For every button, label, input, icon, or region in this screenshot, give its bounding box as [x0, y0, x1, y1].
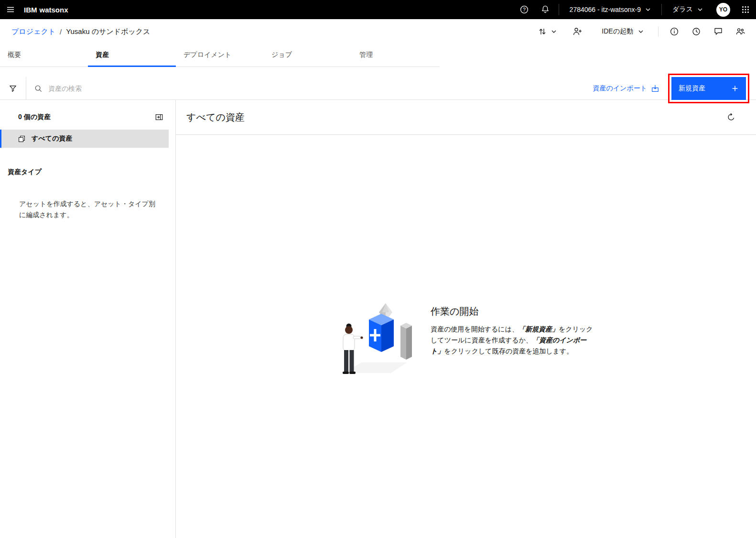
region-label: ダラス [672, 5, 693, 14]
recent-history-icon [691, 27, 701, 36]
breadcrumb-separator: / [60, 28, 62, 36]
filter-button[interactable] [0, 77, 26, 100]
add-collaborator-button[interactable] [566, 21, 588, 43]
empty-state-title: 作業の開始 [431, 305, 595, 318]
comments-button[interactable] [707, 21, 729, 43]
notification-bell-icon [540, 5, 550, 14]
assets-panel-header: すべての資産 [176, 100, 756, 135]
svg-text:?: ? [523, 7, 526, 12]
add-user-icon [572, 27, 582, 36]
tab-manage-label: 管理 [359, 51, 373, 59]
sort-swap-button[interactable] [532, 21, 562, 43]
chevron-down-icon [645, 7, 651, 12]
asset-count: 0 個の資産 [18, 113, 51, 121]
chevron-down-icon [551, 29, 557, 34]
sort-swap-icon [538, 27, 547, 36]
hamburger-menu-button[interactable] [0, 0, 21, 19]
watsonx-app: IBM watsonx ? 2784066 - itz-watsonx-9 [0, 0, 756, 538]
asset-sidebar: 0 個の資産 すべての資産 資産タイプ アセットを作成すると、アセット・タイプ別 [0, 100, 176, 538]
search-icon [34, 84, 43, 93]
new-asset-button[interactable]: 新規資産 [671, 77, 746, 100]
empty-state: 作業の開始 資産の使用を開始するには、「新規資産」をクリックしてツールに資産を作… [176, 300, 756, 379]
import-assets-link[interactable]: 資産のインポート [593, 84, 659, 93]
all-assets-label: すべての資産 [32, 134, 72, 143]
tab-overview-label: 概要 [8, 51, 21, 59]
all-assets-icon [18, 135, 26, 143]
app-switcher-icon [741, 5, 750, 14]
collaborators-icon [735, 27, 745, 36]
chat-icon [713, 27, 723, 36]
brand-prefix: IBM [24, 6, 37, 14]
asset-search [26, 77, 593, 100]
sidebar-header: 0 個の資産 [0, 111, 175, 123]
chevron-down-icon [697, 7, 703, 12]
tab-deployments-label: デプロイメント [184, 51, 231, 59]
help-button[interactable]: ? [514, 0, 535, 19]
account-label: 2784066 - itz-watsonx-9 [570, 6, 641, 13]
region-switcher[interactable]: ダラス [665, 0, 711, 19]
empty-state-body: 資産の使用を開始するには、「新規資産」をクリックしてツールに資産を作成するか、「… [431, 324, 595, 357]
asset-type-heading: 資産タイプ [8, 168, 175, 176]
tab-manage[interactable]: 管理 [352, 44, 440, 67]
avatar-initials: YO [719, 6, 727, 13]
info-icon [670, 27, 679, 36]
account-switcher[interactable]: 2784066 - itz-watsonx-9 [562, 0, 659, 19]
brand-logo[interactable]: IBM watsonx [24, 6, 68, 14]
asset-search-input[interactable] [48, 77, 593, 100]
help-icon: ? [519, 5, 529, 14]
avatar[interactable]: YO [716, 3, 730, 17]
chevron-down-icon [638, 29, 644, 34]
breadcrumb-bar: プロジェクト / Yusaku のサンドボックス IDEの起動 [0, 19, 756, 44]
empty-body-segment: をクリックして既存の資産を追加します。 [444, 347, 573, 355]
import-assets-label: 資産のインポート [593, 84, 647, 93]
tab-overview[interactable]: 概要 [0, 44, 88, 67]
empty-body-new-asset-ref: 「新規資産」 [518, 325, 559, 333]
assets-main-panel: すべての資産 [176, 100, 756, 538]
project-actions: IDEの起動 [532, 21, 751, 43]
actions-divider [658, 26, 659, 37]
brand-name: watsonx [40, 6, 68, 14]
hamburger-menu-icon [6, 5, 15, 14]
breadcrumb-current: Yusaku のサンドボックス [66, 27, 150, 36]
empty-state-text: 作業の開始 資産の使用を開始するには、「新規資産」をクリックしてツールに資産を作… [431, 305, 595, 357]
topbar-actions: ? 2784066 - itz-watsonx-9 ダラス YO [514, 0, 756, 19]
sidebar-item-all-assets[interactable]: すべての資産 [0, 130, 169, 148]
recent-history-button[interactable] [685, 21, 707, 43]
asset-toolbar: 資産のインポート 新規資産 [0, 77, 756, 100]
annotation-highlight: 新規資産 [668, 74, 749, 103]
empty-state-illustration [335, 300, 418, 379]
launch-ide-button[interactable]: IDEの起動 [595, 21, 650, 43]
toolbar-right: 資産のインポート 新規資産 [593, 74, 749, 103]
tab-assets-label: 資産 [96, 51, 109, 59]
empty-body-segment: 資産の使用を開始するには、 [431, 325, 518, 333]
content-area: 0 個の資産 すべての資産 資産タイプ アセットを作成すると、アセット・タイプ別 [0, 100, 756, 538]
import-icon [651, 84, 659, 93]
breadcrumb-project-link[interactable]: プロジェクト [11, 27, 55, 36]
tab-jobs-label: ジョブ [271, 51, 292, 59]
collaborators-button[interactable] [729, 21, 751, 43]
refresh-icon [727, 113, 735, 121]
info-button[interactable] [663, 21, 685, 43]
asset-type-hint: アセットを作成すると、アセット・タイプ別に編成されます。 [19, 198, 161, 220]
tab-deployments[interactable]: デプロイメント [176, 44, 264, 67]
assets-panel-title: すべての資産 [186, 111, 245, 124]
panel-expand-icon [155, 113, 163, 121]
collapse-panel-button[interactable] [153, 111, 165, 123]
top-header-bar: IBM watsonx ? 2784066 - itz-watsonx-9 [0, 0, 756, 19]
filter-icon [9, 84, 17, 93]
notifications-button[interactable] [535, 0, 556, 19]
refresh-button[interactable] [723, 109, 740, 126]
launch-ide-label: IDEの起動 [602, 27, 633, 36]
plus-icon [731, 85, 739, 92]
tab-assets[interactable]: 資産 [88, 44, 176, 67]
new-asset-label: 新規資産 [679, 84, 705, 93]
topbar-divider [559, 4, 559, 15]
tab-jobs[interactable]: ジョブ [264, 44, 352, 67]
app-switcher-button[interactable] [735, 0, 756, 19]
project-tabs: 概要 資産 デプロイメント ジョブ 管理 [0, 44, 440, 67]
topbar-divider [661, 4, 662, 15]
